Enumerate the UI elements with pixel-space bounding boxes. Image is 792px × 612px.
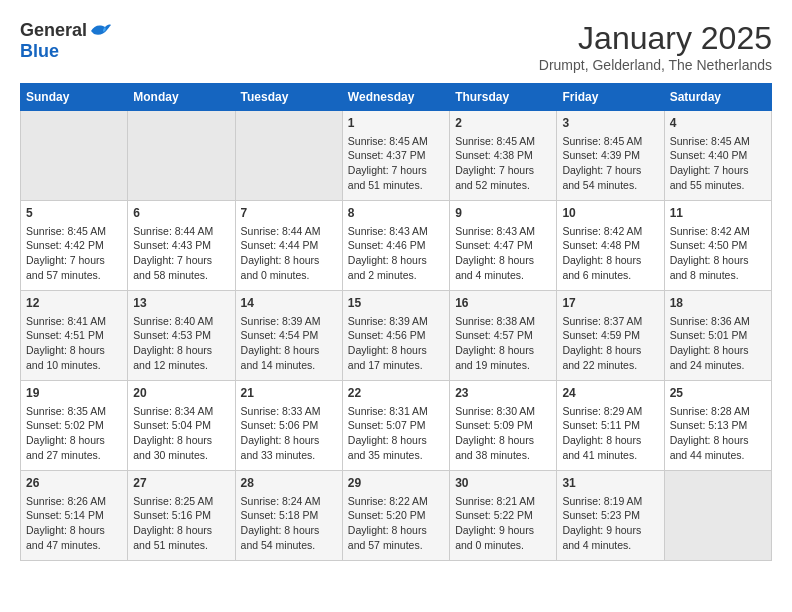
day-info-line: Daylight: 8 hours <box>562 433 658 448</box>
day-info-line: and 2 minutes. <box>348 268 444 283</box>
calendar-header-row: SundayMondayTuesdayWednesdayThursdayFrid… <box>21 84 772 111</box>
calendar-week-row: 1Sunrise: 8:45 AMSunset: 4:37 PMDaylight… <box>21 111 772 201</box>
day-info-line: and 58 minutes. <box>133 268 229 283</box>
day-info-line: and 57 minutes. <box>348 538 444 553</box>
calendar-cell: 22Sunrise: 8:31 AMSunset: 5:07 PMDayligh… <box>342 381 449 471</box>
day-info-line: and 0 minutes. <box>241 268 337 283</box>
calendar-cell: 19Sunrise: 8:35 AMSunset: 5:02 PMDayligh… <box>21 381 128 471</box>
calendar-cell: 13Sunrise: 8:40 AMSunset: 4:53 PMDayligh… <box>128 291 235 381</box>
month-title: January 2025 <box>539 20 772 57</box>
day-info-line: Daylight: 8 hours <box>26 343 122 358</box>
calendar-cell: 25Sunrise: 8:28 AMSunset: 5:13 PMDayligh… <box>664 381 771 471</box>
day-info-line: Sunset: 4:50 PM <box>670 238 766 253</box>
calendar-cell: 5Sunrise: 8:45 AMSunset: 4:42 PMDaylight… <box>21 201 128 291</box>
day-info-line: Daylight: 7 hours <box>455 163 551 178</box>
day-info-line: Daylight: 8 hours <box>455 433 551 448</box>
day-info-line: Sunset: 4:59 PM <box>562 328 658 343</box>
day-info-line: Daylight: 7 hours <box>670 163 766 178</box>
day-info-line: and 55 minutes. <box>670 178 766 193</box>
day-number: 27 <box>133 475 229 492</box>
day-info-line: Sunset: 5:06 PM <box>241 418 337 433</box>
day-info-line: Sunset: 4:39 PM <box>562 148 658 163</box>
day-info-line: Sunset: 5:11 PM <box>562 418 658 433</box>
day-info-line: and 0 minutes. <box>455 538 551 553</box>
day-info-line: Daylight: 8 hours <box>348 253 444 268</box>
day-info-line: Sunset: 5:02 PM <box>26 418 122 433</box>
day-info-line: and 4 minutes. <box>455 268 551 283</box>
calendar-cell: 14Sunrise: 8:39 AMSunset: 4:54 PMDayligh… <box>235 291 342 381</box>
day-info-line: and 30 minutes. <box>133 448 229 463</box>
calendar-cell: 27Sunrise: 8:25 AMSunset: 5:16 PMDayligh… <box>128 471 235 561</box>
day-header-friday: Friday <box>557 84 664 111</box>
day-info-line: Sunset: 4:56 PM <box>348 328 444 343</box>
day-number: 24 <box>562 385 658 402</box>
day-info-line: Sunset: 5:18 PM <box>241 508 337 523</box>
day-info-line: Sunset: 4:53 PM <box>133 328 229 343</box>
logo: General Blue <box>20 20 111 62</box>
day-number: 15 <box>348 295 444 312</box>
calendar-week-row: 5Sunrise: 8:45 AMSunset: 4:42 PMDaylight… <box>21 201 772 291</box>
calendar-cell: 10Sunrise: 8:42 AMSunset: 4:48 PMDayligh… <box>557 201 664 291</box>
day-info-line: and 51 minutes. <box>133 538 229 553</box>
day-number: 29 <box>348 475 444 492</box>
day-info-line: Daylight: 9 hours <box>562 523 658 538</box>
day-number: 20 <box>133 385 229 402</box>
day-number: 9 <box>455 205 551 222</box>
day-info-line: and 54 minutes. <box>562 178 658 193</box>
day-header-sunday: Sunday <box>21 84 128 111</box>
day-number: 14 <box>241 295 337 312</box>
day-info-line: Sunrise: 8:24 AM <box>241 494 337 509</box>
day-number: 1 <box>348 115 444 132</box>
day-info-line: Daylight: 8 hours <box>26 433 122 448</box>
day-info-line: Sunrise: 8:36 AM <box>670 314 766 329</box>
calendar-week-row: 12Sunrise: 8:41 AMSunset: 4:51 PMDayligh… <box>21 291 772 381</box>
day-info-line: Sunrise: 8:45 AM <box>562 134 658 149</box>
day-info-line: Sunset: 4:51 PM <box>26 328 122 343</box>
calendar-cell: 18Sunrise: 8:36 AMSunset: 5:01 PMDayligh… <box>664 291 771 381</box>
calendar-cell: 4Sunrise: 8:45 AMSunset: 4:40 PMDaylight… <box>664 111 771 201</box>
calendar-table: SundayMondayTuesdayWednesdayThursdayFrid… <box>20 83 772 561</box>
day-info-line: and 41 minutes. <box>562 448 658 463</box>
day-number: 12 <box>26 295 122 312</box>
day-info-line: Sunrise: 8:45 AM <box>26 224 122 239</box>
day-info-line: Sunrise: 8:43 AM <box>455 224 551 239</box>
calendar-cell: 16Sunrise: 8:38 AMSunset: 4:57 PMDayligh… <box>450 291 557 381</box>
day-number: 8 <box>348 205 444 222</box>
day-number: 3 <box>562 115 658 132</box>
calendar-week-row: 19Sunrise: 8:35 AMSunset: 5:02 PMDayligh… <box>21 381 772 471</box>
day-number: 22 <box>348 385 444 402</box>
day-info-line: and 35 minutes. <box>348 448 444 463</box>
day-info-line: Sunset: 4:44 PM <box>241 238 337 253</box>
day-info-line: Sunrise: 8:44 AM <box>133 224 229 239</box>
day-info-line: Daylight: 7 hours <box>562 163 658 178</box>
day-info-line: and 8 minutes. <box>670 268 766 283</box>
day-info-line: Daylight: 8 hours <box>670 253 766 268</box>
day-info-line: Sunset: 5:20 PM <box>348 508 444 523</box>
day-info-line: Sunrise: 8:45 AM <box>455 134 551 149</box>
day-info-line: Sunrise: 8:42 AM <box>562 224 658 239</box>
day-info-line: Daylight: 7 hours <box>26 253 122 268</box>
day-info-line: Daylight: 8 hours <box>348 523 444 538</box>
day-info-line: and 51 minutes. <box>348 178 444 193</box>
calendar-cell: 21Sunrise: 8:33 AMSunset: 5:06 PMDayligh… <box>235 381 342 471</box>
day-number: 23 <box>455 385 551 402</box>
day-number: 26 <box>26 475 122 492</box>
day-info-line: and 47 minutes. <box>26 538 122 553</box>
day-number: 28 <box>241 475 337 492</box>
day-info-line: Daylight: 8 hours <box>133 523 229 538</box>
day-number: 31 <box>562 475 658 492</box>
day-info-line: Sunset: 4:48 PM <box>562 238 658 253</box>
calendar-cell: 31Sunrise: 8:19 AMSunset: 5:23 PMDayligh… <box>557 471 664 561</box>
day-info-line: and 54 minutes. <box>241 538 337 553</box>
day-info-line: Sunset: 4:47 PM <box>455 238 551 253</box>
day-header-monday: Monday <box>128 84 235 111</box>
day-number: 4 <box>670 115 766 132</box>
calendar-cell: 8Sunrise: 8:43 AMSunset: 4:46 PMDaylight… <box>342 201 449 291</box>
day-header-thursday: Thursday <box>450 84 557 111</box>
day-info-line: Sunrise: 8:45 AM <box>670 134 766 149</box>
day-info-line: Sunset: 4:57 PM <box>455 328 551 343</box>
day-info-line: Sunset: 5:23 PM <box>562 508 658 523</box>
day-number: 10 <box>562 205 658 222</box>
day-info-line: Sunrise: 8:26 AM <box>26 494 122 509</box>
day-info-line: and 52 minutes. <box>455 178 551 193</box>
